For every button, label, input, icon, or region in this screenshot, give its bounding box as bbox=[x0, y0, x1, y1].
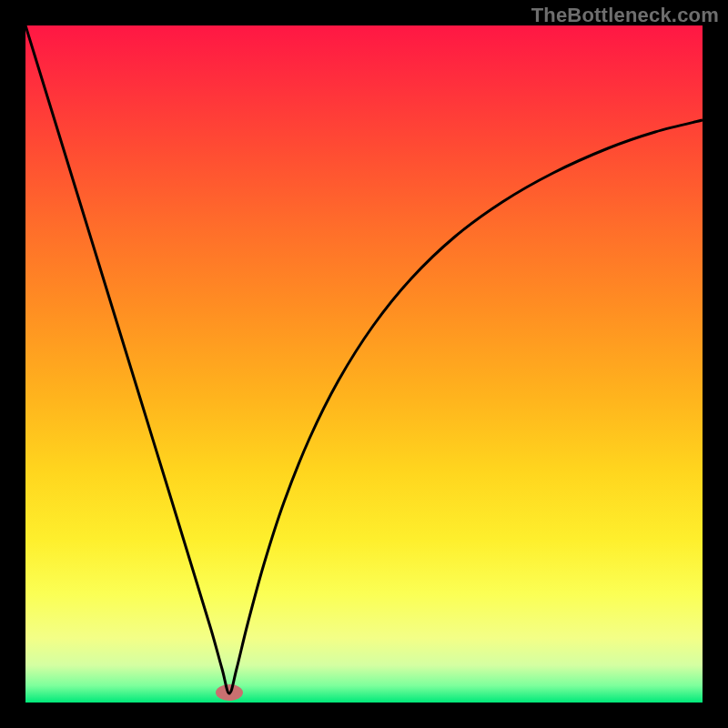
chart-svg bbox=[0, 0, 728, 728]
chart-canvas: TheBottleneck.com bbox=[0, 0, 728, 728]
chart-plot-area bbox=[25, 25, 703, 703]
watermark-text: TheBottleneck.com bbox=[531, 4, 719, 27]
